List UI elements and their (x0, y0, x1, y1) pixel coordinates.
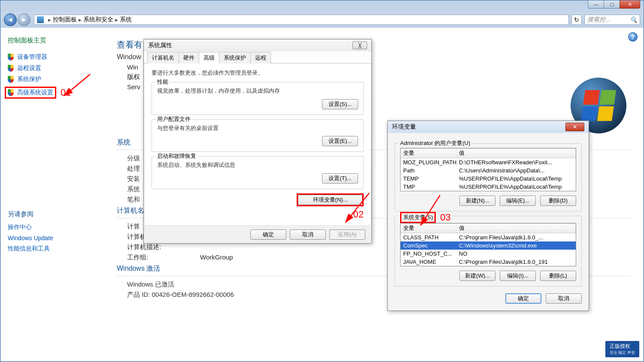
list-item[interactable]: FP_NO_HOST_C...NO (401, 250, 576, 258)
computer-description-label: 计算机描述: (127, 243, 200, 251)
chevron-right-icon: ▸ (79, 16, 82, 23)
var-name: MOZ_PLUGIN_PATH (401, 159, 456, 166)
see-also-windows-update[interactable]: Windows Update (8, 235, 97, 241)
profiles-settings-button[interactable]: 设置(E)... (322, 136, 358, 146)
search-input[interactable]: 搜索控... 🔍 (584, 15, 640, 25)
group-startup-recovery: 启动和故障恢复 系统启动、系统失败和调试信息 设置(T)... (152, 156, 364, 189)
computer-icon (37, 16, 44, 23)
list-item[interactable]: MOZ_PLUGIN_PATHD:\OTHERsoftware\FXReader… (401, 158, 576, 166)
dialog-title-bar[interactable]: 环境变量 ✕ (388, 121, 589, 133)
sidebar-link-label: 高级系统设置 (17, 89, 53, 97)
header-value[interactable]: 值 (456, 223, 576, 233)
var-name: TMP (401, 183, 456, 190)
dialog-close-button[interactable]: ╳ (352, 42, 367, 49)
maximize-button[interactable]: ▢ (604, 0, 620, 9)
tab-strip: 计算机名 硬件 高级 系统保护 远程 (144, 51, 371, 63)
startup-settings-button[interactable]: 设置(T)... (322, 173, 358, 184)
refresh-button[interactable]: ↻ (571, 15, 582, 25)
annotation-box-01: 高级系统设置 (5, 87, 56, 99)
product-id-label: 产品 ID: (127, 291, 150, 299)
var-value: C:\Windows\system32\cmd.exe (456, 242, 576, 249)
header-name[interactable]: 变量 (401, 148, 456, 158)
see-also-action-center[interactable]: 操作中心 (8, 223, 97, 231)
back-button[interactable]: ◄ (4, 13, 17, 26)
ok-button[interactable]: 确定 (505, 293, 541, 304)
crumb-system-security[interactable]: 系统和安全 (83, 16, 113, 24)
genuine-badge: 正版授权 安全 稳定 声誉 (605, 341, 639, 357)
user-variables-list[interactable]: 变量 值 MOZ_PLUGIN_PATHD:\OTHERsoftware\FXR… (400, 148, 576, 191)
sidebar-link-label: 远程设置 (17, 64, 41, 72)
product-id-value: 00426-OEM-8992662-00006 (152, 291, 234, 299)
apply-button: 应用(A) (329, 229, 365, 240)
search-icon: 🔍 (630, 16, 637, 23)
sidebar-link-device-manager[interactable]: 设备管理器 (8, 53, 97, 61)
group-legend: 系统变量(S) 03 (398, 212, 453, 223)
sidebar-link-remote-settings[interactable]: 远程设置 (8, 64, 97, 72)
var-value: %USERPROFILE%\AppData\Local\Temp (456, 183, 576, 190)
chevron-right-icon: ▸ (48, 16, 51, 23)
annotation-label-01: 01 (61, 87, 71, 98)
sys-delete-button[interactable]: 删除(L) (540, 271, 576, 281)
list-header: 变量 值 (401, 148, 576, 158)
search-placeholder: 搜索控... (587, 16, 611, 24)
control-panel-home-link[interactable]: 控制面板主页 (8, 36, 97, 45)
system-properties-dialog: 系统属性 ╳ 计算机名 硬件 高级 系统保护 远程 要进行大多数更改，您必须作为… (143, 39, 372, 244)
header-value[interactable]: 值 (456, 148, 576, 158)
tab-computer-name[interactable]: 计算机名 (147, 52, 179, 63)
title-bar: — ▢ ✕ (0, 0, 644, 12)
list-item[interactable]: TEMP%USERPROFILE%\AppData\Local\Temp (401, 175, 576, 183)
workgroup-value: WorkGroup (200, 253, 233, 262)
group-user-variables: Administrator 的用户变量(U) 变量 值 MOZ_PLUGIN_P… (395, 143, 582, 211)
annotation-label-03: 03 (440, 212, 450, 223)
see-also-performance-info[interactable]: 性能信息和工具 (8, 245, 97, 253)
minimize-button[interactable]: — (588, 0, 604, 9)
tab-advanced[interactable]: 高级 (199, 52, 219, 63)
processor-label: 处理 (127, 165, 140, 173)
cancel-button[interactable]: 取消 (290, 229, 326, 240)
dialog-title: 环境变量 (392, 123, 416, 131)
dialog-body: Administrator 的用户变量(U) 变量 值 MOZ_PLUGIN_P… (388, 133, 589, 311)
var-name: FP_NO_HOST_C... (401, 250, 456, 257)
sidebar-link-advanced-settings[interactable]: 高级系统设置 (8, 89, 53, 97)
tab-system-protection[interactable]: 系统保护 (219, 52, 251, 63)
system-type-label: 系统 (127, 185, 140, 193)
annotation-box-02: 环境变量(N)... (297, 193, 364, 206)
user-delete-button[interactable]: 删除(D) (540, 196, 576, 206)
list-item-selected[interactable]: ComSpecC:\Windows\system32\cmd.exe (401, 241, 576, 250)
environment-variables-dialog: 环境变量 ✕ Administrator 的用户变量(U) 变量 值 MOZ_P… (387, 121, 589, 311)
sys-edit-button[interactable]: 编辑(I)... (500, 271, 536, 281)
performance-settings-button[interactable]: 设置(S)... (322, 99, 358, 109)
sys-new-button[interactable]: 新建(W)... (459, 271, 495, 281)
dialog-close-button[interactable]: ✕ (565, 123, 584, 131)
user-new-button[interactable]: 新建(N)... (459, 196, 495, 206)
group-system-variables: 系统变量(S) 03 变量 值 CLASS_PATHC:\Program Fil… (395, 216, 582, 287)
annotation-box-03: 系统变量(S) (400, 212, 436, 223)
list-item[interactable]: PathC:\Users\Administrator\AppData\... (401, 166, 576, 175)
nav-bar: ◄ ► ▸ 控制面板 ▸ 系统和安全 ▸ 系统 ↻ 搜索控... 🔍 (0, 12, 644, 27)
group-legend: 用户配置文件 (155, 115, 192, 123)
group-user-profiles: 用户配置文件 与您登录有关的桌面设置 设置(E)... (152, 119, 364, 152)
user-edit-button[interactable]: 编辑(E)... (500, 196, 536, 206)
list-item[interactable]: TMP%USERPROFILE%\AppData\Local\Temp (401, 183, 576, 191)
list-item[interactable]: JAVA_HOMEC:\Program Files\Java\jdk1.8.0_… (401, 258, 576, 266)
ok-button[interactable]: 确定 (250, 229, 286, 240)
group-performance: 性能 视觉效果，处理器计划，内存使用，以及虚拟内存 设置(S)... (152, 82, 364, 115)
environment-variables-button[interactable]: 环境变量(N)... (298, 195, 362, 205)
crumb-system[interactable]: 系统 (120, 16, 132, 24)
group-legend: 性能 (155, 78, 170, 86)
annotation-label-02: 02 (353, 209, 364, 220)
dialog-title-bar[interactable]: 系统属性 ╳ (144, 39, 371, 51)
help-icon[interactable]: ? (628, 32, 638, 42)
list-item[interactable]: CLASS_PATHC:\Program Files\Java\jdk1.8.0… (401, 233, 576, 241)
tab-remote[interactable]: 远程 (250, 52, 271, 63)
close-button[interactable]: ✕ (620, 0, 640, 9)
cancel-button[interactable]: 取消 (546, 293, 582, 304)
tab-hardware[interactable]: 硬件 (179, 52, 199, 63)
shield-icon (8, 54, 14, 60)
forward-button[interactable]: ► (18, 13, 30, 26)
breadcrumb[interactable]: ▸ 控制面板 ▸ 系统和安全 ▸ 系统 (34, 15, 569, 25)
system-variables-list[interactable]: 变量 值 CLASS_PATHC:\Program Files\Java\jdk… (400, 223, 576, 266)
crumb-control-panel[interactable]: 控制面板 (53, 16, 77, 24)
sidebar-link-system-protection[interactable]: 系统保护 (8, 75, 97, 83)
header-name[interactable]: 变量 (401, 223, 456, 233)
